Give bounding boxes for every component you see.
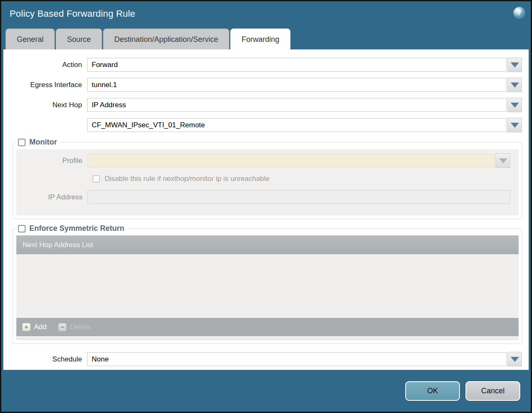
- action-select[interactable]: Forward: [87, 58, 506, 72]
- minus-icon: −: [58, 323, 67, 331]
- monitor-panel: Profile Disable this rule if nexthop/mon…: [16, 149, 519, 215]
- tab-destination-application-service[interactable]: Destination/Application/Service: [103, 28, 229, 49]
- dialog-title: Policy Based Forwarding Rule: [10, 8, 135, 19]
- monitor-checkbox[interactable]: [18, 139, 26, 146]
- add-button[interactable]: + Add: [22, 323, 46, 331]
- egress-interface-row: Egress Interface tunnel.1: [3, 77, 522, 92]
- monitor-ip-address-input: [87, 190, 510, 204]
- symmetric-return-legend-label: Enforce Symmetric Return: [29, 224, 124, 233]
- tab-strip: General Source Destination/Application/S…: [1, 28, 531, 49]
- next-hop-row: Next Hop IP Address: [3, 98, 522, 112]
- forwarding-tab-panel: Action Forward Egress Interface tunnel.1…: [3, 49, 529, 370]
- horizontal-scrollbar-track[interactable]: [16, 337, 519, 340]
- next-hop-label: Next Hop: [3, 101, 87, 109]
- tab-forwarding[interactable]: Forwarding: [230, 28, 290, 49]
- dialog-footer: OK Cancel: [1, 370, 531, 412]
- chevron-down-icon: [511, 103, 519, 108]
- ok-button[interactable]: OK: [405, 381, 460, 401]
- monitor-legend-label: Monitor: [29, 138, 57, 147]
- profile-select: [87, 154, 495, 168]
- egress-interface-value: tunnel.1: [92, 81, 117, 89]
- profile-row: Profile: [16, 153, 510, 168]
- delete-button-label: Delete: [70, 323, 90, 331]
- next-hop-dropdown-button[interactable]: [507, 98, 522, 112]
- tab-source[interactable]: Source: [56, 28, 102, 49]
- egress-interface-label: Egress Interface: [3, 81, 87, 89]
- chevron-down-icon: [499, 158, 507, 163]
- chevron-down-icon: [511, 123, 519, 128]
- disable-rule-label: Disable this rule if nexthop/monitor ip …: [105, 175, 270, 183]
- profile-label: Profile: [16, 157, 87, 165]
- schedule-row: Schedule None: [3, 352, 522, 367]
- action-dropdown-button[interactable]: [507, 57, 522, 72]
- symmetric-return-checkbox[interactable]: [18, 225, 26, 232]
- cancel-button[interactable]: Cancel: [465, 381, 520, 401]
- chevron-down-icon: [511, 357, 519, 362]
- monitor-legend: Monitor: [16, 138, 61, 147]
- disable-rule-checkbox: [93, 175, 100, 183]
- symmetric-return-fieldset: Enforce Symmetric Return Next Hop Addres…: [13, 224, 522, 344]
- next-hop-type-select[interactable]: IP Address: [87, 98, 506, 112]
- next-hop-address-value: CF_MWAN_IPsec_VTI_01_Remote: [92, 121, 205, 129]
- monitor-ip-address-label: IP Address: [16, 193, 87, 201]
- policy-based-forwarding-dialog: Policy Based Forwarding Rule ? General S…: [0, 0, 532, 413]
- chevron-down-icon: [511, 62, 519, 67]
- next-hop-address-row: CF_MWAN_IPsec_VTI_01_Remote: [3, 118, 522, 132]
- schedule-select[interactable]: None: [87, 352, 506, 366]
- chevron-down-icon: [511, 83, 519, 88]
- schedule-value: None: [92, 355, 109, 364]
- table-footer: + Add − Delete: [16, 318, 519, 336]
- next-hop-type-value: IP Address: [92, 101, 126, 109]
- table-body: [16, 254, 519, 318]
- monitor-fieldset: Monitor Profile Disable this rule if nex…: [13, 138, 522, 219]
- cancel-button-label: Cancel: [481, 387, 504, 395]
- table-header: Next Hop Address List: [16, 235, 519, 254]
- action-value: Forward: [92, 61, 118, 69]
- tab-general[interactable]: General: [5, 28, 55, 49]
- disable-rule-row: Disable this rule if nexthop/monitor ip …: [93, 173, 514, 184]
- plus-icon: +: [22, 323, 31, 331]
- action-label: Action: [3, 61, 87, 69]
- next-hop-address-list-table: Next Hop Address List + Add − Delete: [16, 235, 519, 336]
- symmetric-return-legend: Enforce Symmetric Return: [16, 224, 129, 233]
- action-row: Action Forward: [3, 57, 522, 72]
- help-icon[interactable]: ?: [514, 7, 525, 18]
- monitor-ip-address-row: IP Address: [16, 190, 510, 204]
- title-bar: Policy Based Forwarding Rule ?: [1, 1, 531, 28]
- next-hop-address-dropdown-button[interactable]: [507, 118, 522, 132]
- add-button-label: Add: [34, 323, 46, 331]
- egress-interface-select[interactable]: tunnel.1: [87, 78, 506, 92]
- egress-interface-dropdown-button[interactable]: [507, 77, 522, 92]
- schedule-dropdown-button[interactable]: [507, 352, 522, 367]
- table-header-label: Next Hop Address List: [23, 241, 93, 249]
- next-hop-address-select[interactable]: CF_MWAN_IPsec_VTI_01_Remote: [87, 118, 506, 132]
- profile-dropdown-button: [496, 153, 510, 168]
- schedule-label: Schedule: [3, 355, 87, 364]
- delete-button: − Delete: [58, 323, 90, 331]
- ok-button-label: OK: [427, 387, 438, 395]
